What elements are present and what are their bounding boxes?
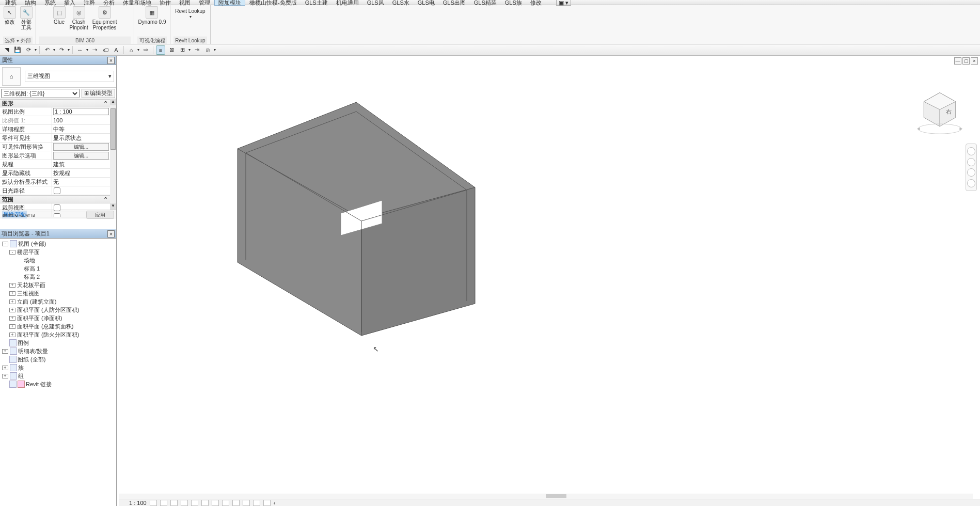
vcb-icon[interactable] bbox=[253, 500, 260, 506]
expand-icon[interactable]: + bbox=[9, 283, 15, 288]
qat-manage-icon[interactable]: ⇥ bbox=[192, 45, 201, 55]
modify-tool[interactable]: ↖修改 bbox=[4, 6, 16, 25]
qat-undo-icon[interactable]: ↶ bbox=[42, 45, 52, 55]
menu-item[interactable]: 机电通用 bbox=[332, 0, 363, 5]
instance-select[interactable]: 三维视图: {三维} bbox=[1, 89, 80, 98]
qat-measure-icon[interactable]: ↔ bbox=[75, 45, 85, 55]
tree-node[interactable]: +明细表/数量 bbox=[0, 347, 116, 355]
tree-node[interactable]: +族 bbox=[0, 363, 116, 372]
menu-item[interactable]: 体量和场地 bbox=[119, 0, 155, 5]
crop-view-checkbox[interactable] bbox=[54, 204, 60, 211]
view-cube[interactable]: 右 bbox=[915, 87, 965, 136]
menu-item[interactable]: 橄榄山快模-免费版 bbox=[245, 0, 301, 5]
menu-item-active[interactable]: 附加模块 bbox=[214, 0, 245, 6]
menu-item[interactable]: 修改 bbox=[526, 0, 546, 5]
visibility-edit-button[interactable]: 编辑... bbox=[53, 143, 109, 151]
menu-item[interactable]: 注释 bbox=[80, 0, 99, 5]
browser-titlebar[interactable]: 项目浏览器 - 项目1 × bbox=[0, 229, 116, 239]
vcb-icon[interactable] bbox=[170, 500, 178, 506]
nav-zoom-icon[interactable] bbox=[967, 168, 975, 177]
qat-switch-icon[interactable]: ⊞ bbox=[178, 45, 187, 55]
tree-node[interactable]: 场地 bbox=[0, 256, 116, 264]
qat-redo-icon[interactable]: ↷ bbox=[57, 45, 66, 55]
menu-item[interactable]: GLS族 bbox=[501, 0, 526, 5]
tree-node[interactable]: 图例 bbox=[0, 339, 116, 347]
maximize-view-icon[interactable]: ▢ bbox=[962, 57, 970, 65]
prop-value[interactable]: 无 bbox=[52, 178, 110, 186]
tree-node[interactable]: 标高 1 bbox=[0, 264, 116, 273]
tree-node[interactable]: +面积平面 (总建筑面积) bbox=[0, 322, 116, 330]
model-3d[interactable] bbox=[201, 97, 511, 376]
menu-item[interactable]: GLS电 bbox=[414, 0, 439, 5]
collapse-icon[interactable]: ⌃ bbox=[103, 196, 108, 203]
qat-section-icon[interactable]: ⇨ bbox=[141, 45, 150, 55]
expand-icon[interactable]: + bbox=[9, 308, 15, 312]
vcb-icon[interactable] bbox=[232, 500, 240, 506]
expand-icon[interactable]: + bbox=[9, 324, 15, 329]
expand-icon[interactable]: + bbox=[9, 291, 15, 296]
expand-icon[interactable]: - bbox=[9, 250, 15, 255]
qat-thin-lines-icon[interactable]: ≡ bbox=[156, 45, 165, 55]
tree-node[interactable]: +三维视图 bbox=[0, 289, 116, 297]
menu-item[interactable]: GLS水 bbox=[388, 0, 414, 5]
property-category[interactable]: 范围⌃ bbox=[0, 195, 110, 203]
collapse-icon[interactable]: ⌃ bbox=[103, 100, 108, 107]
view-scale-input[interactable] bbox=[53, 108, 109, 115]
scroll-up-icon[interactable]: ▲ bbox=[110, 99, 116, 105]
tree-node[interactable]: +天花板平面 bbox=[0, 281, 116, 289]
minimize-view-icon[interactable]: — bbox=[954, 57, 961, 65]
menu-item[interactable]: GLS风 bbox=[363, 0, 388, 5]
horizontal-scrollbar[interactable] bbox=[119, 494, 973, 499]
qat-sync-icon[interactable]: ⟳ bbox=[24, 45, 33, 55]
qat-tag-icon[interactable]: 🏷 bbox=[101, 45, 110, 55]
menu-item[interactable]: 结构 bbox=[21, 0, 40, 5]
expand-icon[interactable]: - bbox=[2, 242, 8, 246]
menu-item[interactable]: 系统 bbox=[40, 0, 60, 5]
vcb-icon[interactable] bbox=[160, 500, 167, 506]
nav-wheel-icon[interactable] bbox=[967, 147, 975, 155]
tree-node[interactable]: 标高 2 bbox=[0, 273, 116, 281]
menu-item[interactable]: 管理 bbox=[195, 0, 214, 5]
nav-pan-icon[interactable] bbox=[967, 158, 975, 166]
vcb-icon[interactable] bbox=[201, 500, 209, 506]
vcb-icon[interactable] bbox=[181, 500, 188, 506]
qat-align-icon[interactable]: ⇢ bbox=[90, 45, 99, 55]
nav-orbit-icon[interactable] bbox=[967, 179, 975, 187]
menu-item[interactable]: 分析 bbox=[99, 0, 119, 5]
navigation-bar[interactable] bbox=[966, 144, 977, 191]
scale-display[interactable]: 1 : 100 bbox=[129, 500, 147, 506]
qat-save-icon[interactable]: 💾 bbox=[13, 45, 22, 55]
menu-item[interactable]: 视图 bbox=[175, 0, 195, 5]
menu-item[interactable]: 协作 bbox=[155, 0, 175, 5]
vcb-icon[interactable] bbox=[150, 500, 157, 506]
qat-3d-icon[interactable]: ⌂ bbox=[127, 45, 136, 55]
expand-icon[interactable]: + bbox=[9, 316, 15, 321]
tree-node[interactable]: +面积平面 (净面积) bbox=[0, 314, 116, 322]
type-selector-dropdown[interactable]: 三维视图▾ bbox=[25, 71, 114, 82]
vcb-icon[interactable] bbox=[243, 500, 250, 506]
expand-icon[interactable]: + bbox=[9, 299, 15, 304]
expand-icon[interactable]: + bbox=[2, 374, 8, 378]
edit-type-button[interactable]: ⊞编辑类型 bbox=[82, 89, 115, 98]
tree-node[interactable]: -视图 (全部) bbox=[0, 240, 116, 248]
tree-node[interactable]: +立面 (建筑立面) bbox=[0, 297, 116, 306]
prop-value[interactable]: 显示原状态 bbox=[52, 134, 110, 142]
tree-node[interactable]: Revit 链接 bbox=[0, 380, 116, 388]
prop-value[interactable]: 中等 bbox=[52, 125, 110, 133]
expand-icon[interactable]: + bbox=[9, 333, 15, 337]
viewport-3d[interactable]: — ▢ × ↖ 右 bbox=[119, 56, 980, 506]
expand-icon[interactable]: + bbox=[2, 366, 8, 370]
menu-item[interactable]: GLS出图 bbox=[439, 0, 470, 5]
expand-icon[interactable]: + bbox=[2, 349, 8, 354]
qat-customize-icon[interactable]: ⎚ bbox=[203, 45, 212, 55]
menu-item[interactable]: 插入 bbox=[60, 0, 80, 5]
glue-button[interactable]: ⬚Glue bbox=[53, 6, 66, 25]
menu-item[interactable]: GLS精装 bbox=[470, 0, 501, 5]
close-icon[interactable]: × bbox=[107, 57, 115, 64]
menu-item[interactable]: 建筑 bbox=[1, 0, 21, 5]
properties-titlebar[interactable]: 属性 × bbox=[0, 56, 116, 65]
scroll-thumb[interactable] bbox=[110, 108, 116, 150]
qat-close-hidden-icon[interactable]: ⊠ bbox=[167, 45, 176, 55]
qat-text-icon[interactable]: A bbox=[112, 45, 121, 55]
tree-node[interactable]: +面积平面 (人防分区面积) bbox=[0, 306, 116, 314]
